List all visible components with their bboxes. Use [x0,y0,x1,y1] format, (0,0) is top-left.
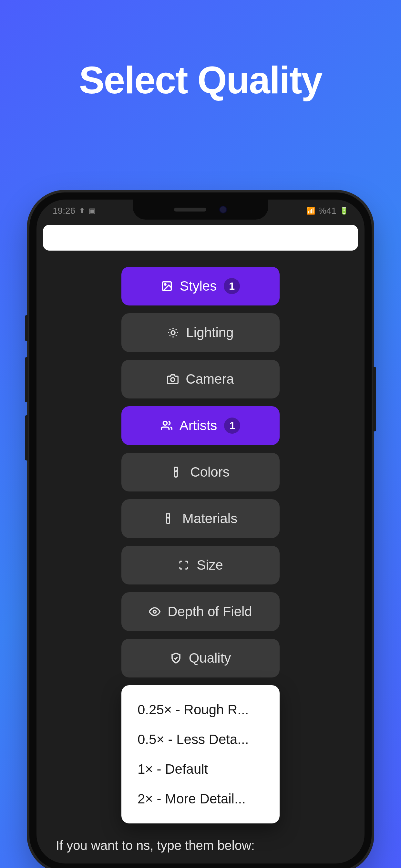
filter-label: Styles [180,278,217,294]
filter-colors-button[interactable]: Colors [121,453,280,492]
lightbulb-icon [167,327,179,338]
camera-icon [167,373,179,385]
status-time: 19:26 [53,206,75,216]
swatch-icon [164,513,175,524]
filter-materials-button[interactable]: Materials [121,499,280,538]
image-icon [161,280,173,292]
silent-switch [25,315,28,341]
volume-up-button [25,357,28,402]
filter-depth-button[interactable]: Depth of Field [121,592,280,631]
filter-label: Depth of Field [167,604,252,619]
filter-artists-button[interactable]: Artists 1 [121,406,280,445]
quality-option-0[interactable]: 0.25× - Rough R... [121,695,280,724]
speaker [174,208,206,212]
filter-label: Colors [190,464,229,480]
quality-option-3[interactable]: 2× - More Detail... [121,784,280,814]
power-button [373,367,376,431]
shield-icon [170,652,182,664]
svg-point-1 [164,284,166,285]
filter-size-button[interactable]: Size [121,546,280,585]
svg-point-3 [171,378,175,382]
hero-title: Select Quality [79,58,322,102]
quality-dropdown: 0.25× - Rough R... 0.5× - Less Deta... 1… [121,685,280,824]
filter-label: Quality [189,650,231,666]
swatch-icon [172,466,183,478]
notification-icon: ⬆ [79,207,85,215]
notification-icon-2: ▣ [89,207,96,215]
quality-option-1[interactable]: 0.5× - Less Deta... [121,724,280,754]
quality-option-2[interactable]: 1× - Default [121,754,280,784]
filter-lighting-button[interactable]: Lighting [121,313,280,352]
battery-percent: %41 [318,206,336,216]
filter-content: Styles 1 Lighting Camera [36,251,365,864]
filter-styles-button[interactable]: Styles 1 [121,267,280,306]
filter-label: Materials [182,511,237,526]
svg-point-2 [171,331,175,335]
eye-icon [149,606,160,617]
prompt-input-card[interactable] [43,225,358,251]
svg-point-5 [153,610,156,613]
filter-quality-button[interactable]: Quality [121,639,280,678]
filter-badge: 1 [224,417,240,434]
svg-point-4 [163,422,167,425]
filter-label: Size [197,557,223,573]
expand-icon [178,559,189,571]
battery-icon: 🔋 [340,207,348,215]
signal-icon: 📶 [306,207,315,215]
filter-badge: 1 [224,278,240,294]
volume-down-button [25,415,28,461]
filter-label: Artists [180,418,217,433]
filter-camera-button[interactable]: Camera [121,360,280,399]
filter-label: Camera [186,371,234,387]
users-icon [161,420,173,431]
filter-label: Lighting [186,325,234,340]
instruction-text: If you want to ns, type them below: [50,824,351,864]
phone-notch [133,199,268,220]
phone-frame: 19:26 ⬆ ▣ 📶 %41 🔋 Styles 1 [29,192,372,868]
phone-screen: 19:26 ⬆ ▣ 📶 %41 🔋 Styles 1 [36,199,365,864]
front-camera [219,206,227,213]
